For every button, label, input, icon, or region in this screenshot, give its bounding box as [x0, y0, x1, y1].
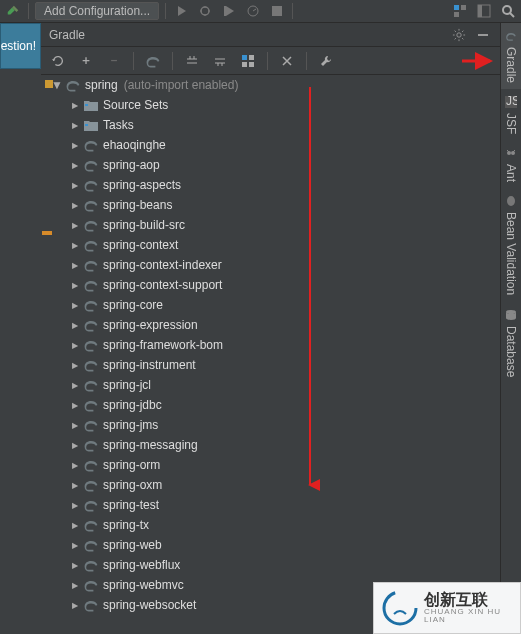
left-notification-strip[interactable]: gestion!: [0, 23, 41, 69]
tree-node[interactable]: ▶spring-orm: [41, 455, 500, 475]
chevron-right-icon[interactable]: ▶: [69, 101, 81, 110]
wrench-icon[interactable]: [317, 52, 335, 70]
chevron-right-icon[interactable]: ▶: [69, 441, 81, 450]
rail-item-ant[interactable]: Ant: [501, 140, 521, 188]
debug-icon[interactable]: [196, 2, 214, 20]
rail-item-database[interactable]: Database: [501, 302, 521, 383]
elephant-icon: [83, 237, 99, 253]
expand-all-icon[interactable]: [183, 52, 201, 70]
module-settings-icon[interactable]: [239, 52, 257, 70]
project-structure-icon[interactable]: [451, 2, 469, 20]
elephant-icon: [83, 557, 99, 573]
chevron-right-icon[interactable]: ▶: [69, 281, 81, 290]
tree-node[interactable]: ▶spring-test: [41, 495, 500, 515]
jsf-icon: JSF: [504, 95, 518, 109]
chevron-right-icon[interactable]: ▶: [69, 381, 81, 390]
run-icon[interactable]: [172, 2, 190, 20]
chevron-right-icon[interactable]: ▶: [69, 581, 81, 590]
offline-icon[interactable]: [278, 52, 296, 70]
tree-node[interactable]: ▶spring-oxm: [41, 475, 500, 495]
tree-node-label: spring-instrument: [103, 358, 196, 372]
coverage-icon[interactable]: [220, 2, 238, 20]
search-icon[interactable]: [499, 2, 517, 20]
tree-node[interactable]: ▶ehaoqinghe: [41, 135, 500, 155]
remove-icon[interactable]: －: [105, 52, 123, 70]
profile-icon[interactable]: [244, 2, 262, 20]
chevron-right-icon[interactable]: ▶: [69, 201, 81, 210]
tree-node[interactable]: ▶spring-aspects: [41, 175, 500, 195]
chevron-right-icon[interactable]: ▶: [69, 161, 81, 170]
tree-node-label: spring-context-indexer: [103, 258, 222, 272]
tree-node[interactable]: ▶spring-beans: [41, 195, 500, 215]
refresh-icon[interactable]: [49, 52, 67, 70]
panel-title: Gradle: [49, 28, 450, 42]
chevron-right-icon[interactable]: ▶: [69, 601, 81, 610]
collapse-all-icon[interactable]: [211, 52, 229, 70]
chevron-right-icon[interactable]: ▶: [69, 421, 81, 430]
chevron-right-icon[interactable]: ▶: [69, 121, 81, 130]
tree-node[interactable]: ▶spring-context-indexer: [41, 255, 500, 275]
tree-node[interactable]: ▶spring-context-support: [41, 275, 500, 295]
database-icon: [504, 308, 518, 322]
stop-icon[interactable]: [268, 2, 286, 20]
run-controls: [172, 2, 286, 20]
chevron-right-icon[interactable]: ▶: [69, 481, 81, 490]
tree-node[interactable]: ▶spring-tx: [41, 515, 500, 535]
svg-rect-8: [478, 5, 482, 17]
svg-rect-15: [249, 62, 254, 67]
tree-node[interactable]: ▶spring-expression: [41, 315, 500, 335]
add-configuration-dropdown[interactable]: Add Configuration...: [35, 2, 159, 20]
chevron-right-icon[interactable]: ▶: [69, 341, 81, 350]
gutter-marker: [42, 231, 52, 235]
tree-node[interactable]: ▶spring-framework-bom: [41, 335, 500, 355]
rail-item-gradle[interactable]: Gradle: [501, 23, 521, 89]
hammer-icon[interactable]: [4, 2, 22, 20]
chevron-right-icon[interactable]: ▶: [69, 361, 81, 370]
tree-node[interactable]: ▶spring-context: [41, 235, 500, 255]
chevron-right-icon[interactable]: ▶: [69, 521, 81, 530]
elephant-icon: [83, 337, 99, 353]
tree-node[interactable]: ▶spring-messaging: [41, 435, 500, 455]
chevron-right-icon[interactable]: ▶: [69, 301, 81, 310]
logo-icon: [382, 590, 418, 626]
layout-icon[interactable]: [475, 2, 493, 20]
chevron-right-icon[interactable]: ▶: [69, 241, 81, 250]
tree-node[interactable]: ▶spring-web: [41, 535, 500, 555]
chevron-right-icon[interactable]: ▶: [69, 561, 81, 570]
chevron-right-icon[interactable]: ▶: [69, 141, 81, 150]
elephant-run-icon[interactable]: [144, 52, 162, 70]
chevron-right-icon[interactable]: ▶: [69, 321, 81, 330]
toolbar-divider: [28, 3, 29, 19]
tree-node[interactable]: ▶spring-jdbc: [41, 395, 500, 415]
elephant-icon: [83, 517, 99, 533]
rail-item-bean-validation[interactable]: Bean Validation: [501, 188, 521, 301]
chevron-right-icon[interactable]: ▶: [69, 181, 81, 190]
chevron-right-icon[interactable]: ▶: [69, 461, 81, 470]
tree-node[interactable]: ▶spring-jcl: [41, 375, 500, 395]
svg-rect-11: [478, 34, 488, 36]
tree-node-label: spring-jms: [103, 418, 158, 432]
chevron-right-icon[interactable]: ▶: [69, 261, 81, 270]
tree-root[interactable]: ▼ spring (auto-import enabled): [41, 75, 500, 95]
rail-item-jsf[interactable]: JSF JSF: [501, 89, 521, 140]
rail-label: Database: [504, 326, 518, 377]
chevron-right-icon[interactable]: ▶: [69, 501, 81, 510]
minimize-icon[interactable]: [474, 26, 492, 44]
tree-node[interactable]: ▶Source Sets: [41, 95, 500, 115]
tree-node[interactable]: ▶spring-core: [41, 295, 500, 315]
tree-node[interactable]: ▶Tasks: [41, 115, 500, 135]
add-icon[interactable]: ＋: [77, 52, 95, 70]
chevron-right-icon[interactable]: ▶: [69, 221, 81, 230]
gradle-tree[interactable]: ▼ spring (auto-import enabled) ▶Source S…: [41, 75, 500, 634]
chevron-right-icon[interactable]: ▶: [69, 401, 81, 410]
gradle-toolbar: ＋ －: [41, 47, 500, 75]
ant-icon: [504, 146, 518, 160]
tree-node[interactable]: ▶spring-instrument: [41, 355, 500, 375]
main-toolbar: Add Configuration...: [0, 0, 521, 23]
chevron-right-icon[interactable]: ▶: [69, 541, 81, 550]
gear-icon[interactable]: [450, 26, 468, 44]
tree-node[interactable]: ▶spring-jms: [41, 415, 500, 435]
tree-node[interactable]: ▶spring-aop: [41, 155, 500, 175]
tree-node[interactable]: ▶spring-build-src: [41, 215, 500, 235]
tree-node[interactable]: ▶spring-webflux: [41, 555, 500, 575]
